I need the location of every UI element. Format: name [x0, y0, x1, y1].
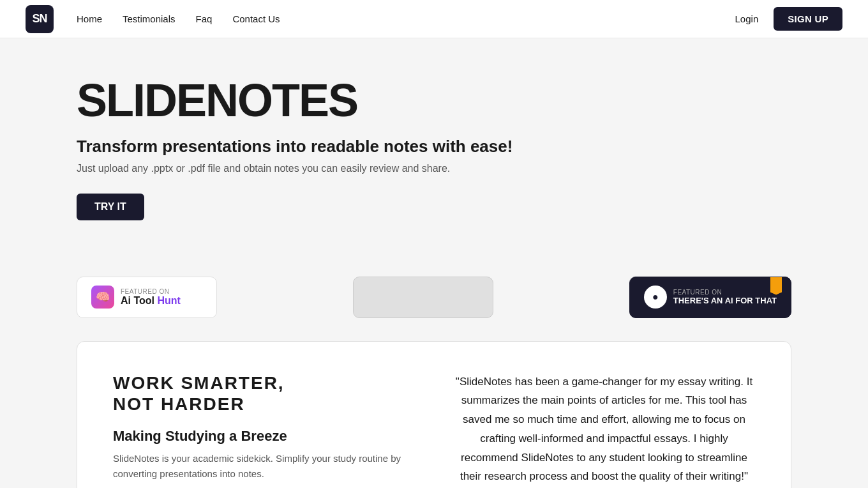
nav-link-home[interactable]: Home [77, 13, 102, 24]
nav-link-faq[interactable]: Faq [196, 13, 213, 24]
badge-name-2: THERE'S AN AI FOR THAT [673, 296, 777, 305]
nav-item-home[interactable]: Home [77, 13, 102, 25]
breeze-heading: Making Studying a Breeze [113, 428, 415, 445]
badge-name-1: Ai Tool Hunt [121, 295, 181, 307]
work-smarter-title: WORK SMARTER, NOT HARDER [113, 372, 415, 415]
testimonial-block: "SlideNotes has been a game-changer for … [453, 372, 755, 488]
hero-subtitle: Transform presentations into readable no… [77, 137, 791, 156]
try-it-button[interactable]: TRY IT [77, 194, 144, 220]
hero-section: SLIDENOTES Transform presentations into … [0, 38, 868, 277]
logo[interactable]: SN [26, 5, 54, 33]
navbar: SN Home Testimonials Faq Contact Us Logi… [0, 0, 868, 38]
badge-placeholder [353, 277, 493, 318]
nav-item-faq[interactable]: Faq [196, 13, 213, 25]
badge-ai-tool-hunt[interactable]: 🧠 Featured on Ai Tool Hunt [77, 277, 217, 318]
sidekick-text: SlideNotes is your academic sidekick. Si… [113, 451, 415, 482]
badge-theres-an-ai[interactable]: ● FEATURED ON THERE'S AN AI FOR THAT [629, 277, 791, 318]
badge-featured-label-2: FEATURED ON [673, 289, 777, 296]
nav-item-testimonials[interactable]: Testimonials [123, 13, 176, 25]
nav-left: SN Home Testimonials Faq Contact Us [26, 5, 280, 33]
left-column: WORK SMARTER, NOT HARDER Making Studying… [113, 372, 415, 488]
login-button[interactable]: Login [735, 13, 759, 24]
nav-link-testimonials[interactable]: Testimonials [123, 13, 176, 24]
badge-featured-label-1: Featured on [121, 288, 181, 295]
hero-title: SLIDENOTES [77, 77, 791, 125]
nav-link-contact[interactable]: Contact Us [232, 13, 280, 24]
hero-description: Just upload any .pptx or .pdf file and o… [77, 163, 791, 174]
testimonial-quote: "SlideNotes has been a game-changer for … [453, 372, 755, 487]
badges-row: 🧠 Featured on Ai Tool Hunt ● FEATURED ON… [0, 277, 868, 318]
badge-text-group-2: FEATURED ON THERE'S AN AI FOR THAT [673, 289, 777, 305]
nav-links: Home Testimonials Faq Contact Us [77, 13, 280, 25]
nav-right: Login SIGN UP [735, 7, 842, 31]
ai-icon: ● [644, 286, 667, 309]
content-section: WORK SMARTER, NOT HARDER Making Studying… [77, 341, 791, 488]
bookmark-icon [770, 277, 782, 295]
brain-icon: 🧠 [91, 286, 114, 309]
nav-item-contact[interactable]: Contact Us [232, 13, 280, 25]
signup-button[interactable]: SIGN UP [774, 7, 842, 31]
badge-text-group-1: Featured on Ai Tool Hunt [121, 288, 181, 307]
